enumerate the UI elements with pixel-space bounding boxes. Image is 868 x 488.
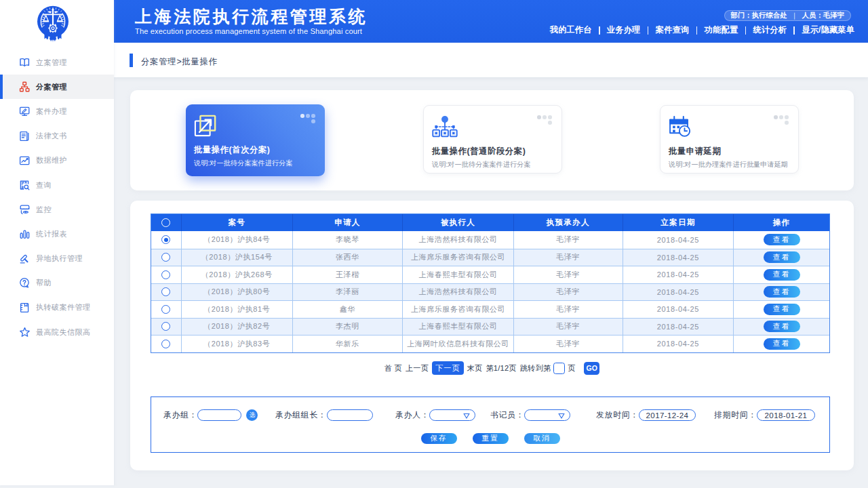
view-button[interactable]: 查看	[764, 234, 800, 245]
radio-icon	[161, 322, 170, 331]
cell-case_no: （2018）沪执268号	[182, 266, 293, 283]
schedule-date-label: 排期时间：	[714, 410, 757, 421]
sitemap-icon	[19, 81, 31, 93]
cell-case_no: （2018）沪执80号	[182, 284, 293, 301]
go-button[interactable]: GO	[584, 362, 599, 375]
sidebar-item-label: 分案管理	[36, 82, 67, 92]
handler-select[interactable]	[429, 409, 475, 421]
cell-respondent: 上海春熙丰型有限公司	[403, 266, 514, 283]
search-page-icon	[19, 180, 31, 191]
sidebar-item-2[interactable]: 案件办理	[0, 99, 114, 123]
star-icon	[19, 327, 31, 338]
monitor-icon	[19, 106, 31, 117]
dot	[306, 114, 310, 118]
sidebar-item-label: 法律文书	[36, 131, 67, 141]
nav-item-1[interactable]: 业务办理	[607, 24, 640, 36]
view-button[interactable]: 查看	[764, 286, 800, 298]
issue-date-input[interactable]: 2017-12-24	[639, 409, 696, 421]
view-button[interactable]: 查看	[764, 321, 800, 332]
user-info-pill: 部门：执行综合处 ｜ 人员：毛泽宇	[724, 10, 851, 21]
form-field-handler: 承办人：	[395, 409, 475, 421]
select-all-radio[interactable]	[151, 214, 182, 231]
reset-button[interactable]: 重置	[473, 433, 509, 444]
nav-item-0[interactable]: 我的工作台	[550, 24, 592, 36]
sidebar-item-label: 异地执行管理	[36, 253, 83, 264]
save-button[interactable]: 保存	[421, 433, 457, 444]
view-button[interactable]: 查看	[764, 304, 800, 315]
cell-action: 查看	[734, 301, 829, 318]
page-next-button[interactable]: 下一页	[432, 361, 464, 375]
page-prev-button[interactable]: 上一页	[406, 363, 429, 373]
view-button[interactable]: 查看	[764, 251, 800, 263]
sidebar-menu: 立案管理分案管理案件办理法律文书数据维护查询监控统计报表异地执行管理帮助执转破案…	[0, 50, 114, 344]
view-button[interactable]: 查看	[764, 338, 800, 350]
breadcrumb-accent-bar	[130, 54, 133, 67]
card-description: 说明:对一批办理案件进行批量申请延期	[669, 160, 788, 169]
nav-item-3[interactable]: 功能配置	[705, 24, 738, 36]
sidebar-item-8[interactable]: 异地执行管理	[0, 247, 114, 271]
view-button[interactable]: 查看	[764, 269, 800, 281]
dots-decoration-icon	[300, 114, 315, 123]
sidebar-item-9[interactable]: 帮助	[0, 271, 114, 296]
row-radio[interactable]	[151, 301, 182, 318]
brand: 上海法院执行流程管理系统 The execution process manag…	[135, 6, 368, 35]
pagination: 首 页 上一页 下一页 末页 第1/12页 跳转到第 页 GO	[130, 361, 854, 375]
clerk-select[interactable]	[524, 409, 570, 421]
sidebar-item-11[interactable]: 最高院失信限高	[0, 320, 114, 344]
row-radio[interactable]	[151, 284, 182, 301]
sidebar-item-5[interactable]: 查询	[0, 173, 114, 197]
cell-date: 2018-04-25	[623, 284, 734, 301]
cell-handler: 毛泽宇	[514, 319, 623, 336]
sidebar-item-4[interactable]: 数据维护	[0, 148, 114, 173]
sidebar-item-7[interactable]: 统计报表	[0, 222, 114, 246]
row-radio[interactable]	[151, 231, 182, 249]
sidebar-item-label: 立案管理	[36, 58, 67, 68]
card-batch-apply-extension[interactable]: 批量申请延期 说明:对一批办理案件进行批量申请延期	[660, 105, 799, 174]
schedule-date-input[interactable]: 2018-01-21	[757, 409, 815, 421]
row-radio[interactable]	[151, 336, 182, 352]
dot	[785, 121, 789, 125]
cell-action: 查看	[734, 319, 829, 336]
cell-date: 2018-04-25	[623, 336, 734, 352]
row-radio[interactable]	[151, 319, 182, 336]
dot	[311, 114, 315, 118]
cards-panel: 批量操作(首次分案) 说明:对一批待分案案件进行分案 批量操作(普通阶段分案) …	[130, 90, 854, 190]
row-radio[interactable]	[151, 249, 182, 266]
dropdown-triangle-icon	[463, 413, 470, 420]
nav-item-2[interactable]: 案件查询	[656, 24, 689, 36]
radio-icon	[161, 270, 170, 279]
cancel-button[interactable]: 取消	[524, 433, 560, 444]
radio-icon	[161, 235, 170, 244]
group-leader-input[interactable]	[327, 409, 373, 421]
group-input[interactable]	[197, 409, 241, 421]
cell-action: 查看	[734, 336, 829, 352]
cell-handler: 毛泽宇	[514, 301, 623, 318]
nav-item-5[interactable]: 显示/隐藏菜单	[802, 24, 854, 36]
page-first-button[interactable]: 首 页	[384, 363, 402, 373]
sidebar-item-3[interactable]: 法律文书	[0, 124, 114, 148]
cell-applicant: 华新乐	[293, 336, 403, 352]
sidebar-item-6[interactable]: 监控	[0, 197, 114, 222]
row-radio[interactable]	[151, 266, 182, 283]
cell-applicant: 李泽丽	[293, 284, 403, 301]
card-batch-first-assign[interactable]: 批量操作(首次分案) 说明:对一批待分案案件进行分案	[186, 104, 325, 176]
select-group-button[interactable]: 选	[246, 409, 258, 421]
nav-item-4[interactable]: 统计分析	[753, 24, 787, 36]
dot	[779, 115, 783, 119]
dept-label: 部门：执行综合处	[731, 11, 787, 20]
cell-handler: 毛泽宇	[514, 266, 623, 283]
column-header: 申请人	[293, 214, 403, 231]
cell-date: 2018-04-25	[623, 301, 734, 318]
sidebar-item-1[interactable]: 分案管理	[0, 75, 114, 99]
jump-page-input[interactable]	[553, 363, 565, 374]
page-last-button[interactable]: 末页	[467, 363, 483, 373]
sidebar-item-0[interactable]: 立案管理	[0, 50, 114, 75]
table-row: （2018）沪执84号李晓琴上海浩然科技有限公司毛泽宇2018-04-25查看	[151, 231, 829, 249]
card-batch-normal-assign[interactable]: 批量操作(普通阶段分案) 说明:对一批待分案案件进行分案	[423, 105, 562, 174]
radio-icon	[161, 305, 170, 314]
sidebar-item-label: 统计报表	[36, 229, 67, 239]
app-canvas: 上海法院执行流程管理系统 The execution process manag…	[0, 0, 868, 488]
radio-icon	[161, 253, 170, 262]
sidebar-item-10[interactable]: 执转破案件管理	[0, 296, 114, 320]
nav-separator	[599, 26, 600, 35]
